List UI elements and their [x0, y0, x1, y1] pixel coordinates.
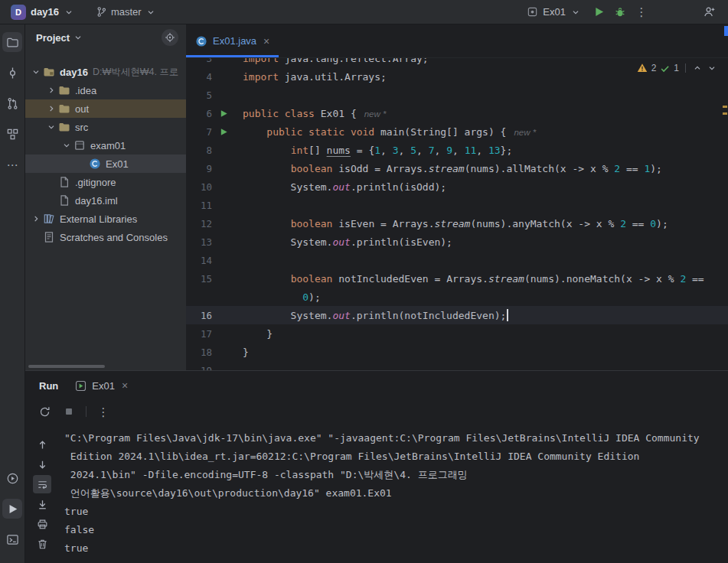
soft-wrap-button[interactable] [33, 475, 51, 493]
chevron-down-icon [570, 7, 581, 18]
pull-requests-icon [6, 97, 19, 110]
select-opened-file-button[interactable] [162, 29, 178, 46]
console-line: 언어활용\source\day16\out\production\day16" … [64, 484, 722, 503]
project-tree-item-ex01[interactable]: Ex01 [25, 155, 186, 173]
run-toolbar: ⋮ [25, 400, 728, 423]
run-line-icon[interactable] [212, 128, 243, 136]
run-configuration-widget[interactable]: Ex01 [521, 4, 587, 20]
folder-icon [57, 121, 71, 133]
project-stripe-button[interactable] [2, 32, 22, 52]
line-number: 3 [186, 58, 212, 64]
terminal-icon [6, 533, 19, 546]
run-button[interactable] [589, 2, 609, 22]
run-panel-title[interactable]: Run [39, 380, 58, 392]
rerun-button[interactable] [34, 402, 54, 421]
tree-item-label: External Libraries [60, 213, 137, 225]
scroll-to-end-button[interactable] [33, 495, 51, 513]
project-panel-title[interactable]: Project [36, 32, 70, 44]
code-line-6[interactable]: 6public class Ex01 {new * [186, 104, 728, 122]
project-tree-item-external-libraries[interactable]: External Libraries [25, 210, 186, 228]
tab-close-icon[interactable]: × [122, 379, 128, 392]
project-widget[interactable]: D day16 [6, 2, 79, 22]
code-line-5[interactable]: 5 [186, 86, 728, 104]
project-tree-item-src[interactable]: src [25, 118, 186, 136]
more-tool-windows-button[interactable]: ⋯ [2, 155, 22, 174]
run-configuration-icon [527, 6, 538, 18]
code-text: public class Ex01 {new * [243, 108, 728, 119]
project-tree-item-idea[interactable]: .idea [25, 81, 186, 99]
code-line-12[interactable]: 12 boolean isEven = Arrays.stream(nums).… [186, 214, 728, 233]
debug-button[interactable] [610, 2, 630, 22]
up-stack-trace-button[interactable] [33, 435, 51, 454]
ide-window: D day16 master Ex01 ⋮ ⋯ [0, 0, 728, 563]
code-line-19[interactable]: 19 [186, 361, 728, 370]
pull-requests-stripe-button[interactable] [2, 93, 22, 113]
structure-stripe-button[interactable] [2, 124, 22, 144]
project-tool-window: Project day16D:₩박세현₩4. 프로.ideaoutsrcexam… [25, 24, 186, 370]
project-tree-item-out[interactable]: out [25, 99, 186, 118]
tree-item-label: Scratches and Consoles [60, 232, 168, 243]
clear-all-button[interactable] [33, 535, 51, 553]
stop-button[interactable] [59, 402, 79, 421]
code-with-me-button[interactable] [699, 2, 719, 22]
project-tree-item-day16[interactable]: day16D:₩박세현₩4. 프로 [25, 63, 186, 81]
chevron-expanded-icon[interactable] [60, 140, 73, 151]
java-class-icon [195, 35, 207, 47]
code-line-wrap[interactable]: 0); [186, 288, 728, 306]
code-line-10[interactable]: 10 System.out.println(isOdd); [186, 177, 728, 196]
code-line-15[interactable]: 15 boolean notIncludedEven = Arrays.stre… [186, 269, 728, 288]
line-number: 7 [186, 126, 212, 138]
chevron-down-icon[interactable] [73, 32, 83, 43]
tab-close-icon[interactable]: × [263, 35, 269, 47]
code-line-7[interactable]: 7 public static void main(String[] args)… [186, 122, 728, 141]
chevron-collapsed-icon[interactable] [45, 85, 57, 96]
code-text: boolean isOdd = Arrays.stream(nums).allM… [243, 163, 728, 174]
branch-name: master [111, 6, 142, 18]
file-icon [57, 176, 71, 188]
commit-stripe-button[interactable] [2, 63, 22, 83]
run-line-icon[interactable] [212, 109, 243, 118]
code-line-18[interactable]: 18} [186, 343, 728, 361]
commit-icon [6, 67, 19, 80]
project-tree-item-scratches-and-consoles[interactable]: Scratches and Consoles [25, 228, 186, 246]
project-tree-item-exam01[interactable]: exam01 [25, 136, 186, 155]
code-lines: 3import java.lang.reflect.Array;4import … [186, 58, 728, 370]
next-problem-icon[interactable] [707, 63, 717, 73]
run-stripe-button[interactable] [2, 499, 22, 519]
project-tree-item-gitignore[interactable]: .gitignore [25, 173, 186, 191]
down-stack-trace-button[interactable] [33, 455, 51, 474]
more-options-button[interactable]: ⋮ [93, 402, 113, 421]
code-line-9[interactable]: 9 boolean isOdd = Arrays.stream(nums).al… [186, 159, 728, 177]
kebab-icon: ⋮ [636, 6, 648, 18]
inspections-widget[interactable]: 2 1 [637, 63, 717, 73]
horizontal-scrollbar-thumb[interactable] [28, 365, 105, 368]
run-tab-ex01[interactable]: Ex01 × [75, 379, 128, 392]
run-tab-icon [75, 380, 87, 392]
code-text: public static void main(String[] args) {… [243, 126, 728, 138]
prev-problem-icon[interactable] [692, 63, 703, 73]
code-line-16[interactable]: 16 System.out.println(notIncludedEven); [186, 306, 728, 324]
code-line-11[interactable]: 11 [186, 196, 728, 214]
inspections-separator [685, 63, 686, 73]
chevron-collapsed-icon[interactable] [30, 213, 42, 224]
warning-icon [637, 63, 648, 73]
editor-tab-ex01[interactable]: Ex01.java × [186, 24, 279, 57]
chevron-expanded-icon[interactable] [30, 67, 42, 77]
print-button[interactable] [33, 515, 51, 533]
tree-item-label: out [75, 103, 89, 115]
tree-item-label: day16.iml [75, 195, 118, 207]
console-output[interactable]: "C:\Program Files\Java\jdk-17\bin\java.e… [59, 423, 728, 563]
code-line-8[interactable]: 8 int[] nums = {1, 3, 5, 7, 9, 11, 13}; [186, 141, 728, 159]
more-actions-button[interactable]: ⋮ [632, 2, 651, 22]
vcs-branch-widget[interactable]: master [91, 4, 161, 20]
code-editor[interactable]: 3import java.lang.reflect.Array;4import … [186, 58, 728, 370]
chevron-expanded-icon[interactable] [45, 122, 57, 132]
project-tree-item-day16-iml[interactable]: day16.iml [25, 191, 186, 210]
terminal-stripe-button[interactable] [2, 529, 22, 549]
code-line-13[interactable]: 13 System.out.println(isEven); [186, 233, 728, 251]
services-stripe-button[interactable] [2, 468, 22, 488]
user-plus-icon [703, 5, 716, 18]
code-line-17[interactable]: 17 } [186, 324, 728, 343]
chevron-collapsed-icon[interactable] [45, 103, 57, 114]
code-line-14[interactable]: 14 [186, 251, 728, 269]
